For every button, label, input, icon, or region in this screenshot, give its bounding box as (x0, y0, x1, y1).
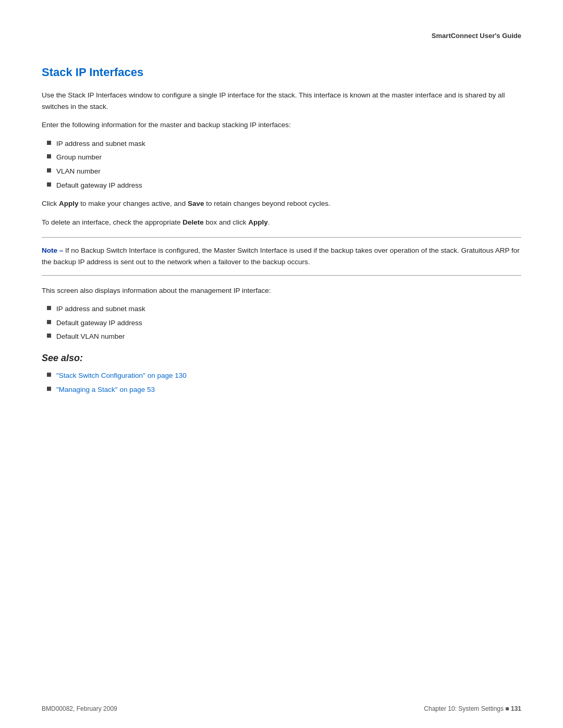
list-item: IP address and subnet mask (47, 138, 521, 150)
see-also-item: "Stack Switch Configuration" on page 130 (47, 370, 521, 381)
intro-paragraph-1: Use the Stack IP Interfaces window to co… (42, 90, 521, 112)
see-also-list: "Stack Switch Configuration" on page 130… (42, 370, 521, 395)
intro-paragraph-2: Enter the following information for the … (42, 119, 521, 131)
bullet-icon (47, 154, 51, 158)
bullet-icon (47, 306, 51, 310)
see-also-item: "Managing a Stack" on page 53 (47, 384, 521, 396)
bullet-icon (47, 334, 51, 338)
footer-right: Chapter 10: System Settings ■ 131 (424, 705, 521, 712)
bullet-list-2: IP address and subnet mask Default gatew… (42, 303, 521, 342)
header-title: SmartConnect User's Guide (432, 32, 521, 40)
list-item: VLAN number (47, 166, 521, 177)
main-content: Stack IP Interfaces Use the Stack IP Int… (0, 50, 563, 423)
delete-label: Delete (182, 218, 204, 226)
note-box: Note – If no Backup Switch Interface is … (42, 237, 521, 275)
page-container: SmartConnect User's Guide Stack IP Inter… (0, 0, 563, 728)
bullet-icon (47, 387, 51, 391)
note-label: Note – (42, 246, 63, 254)
see-also-link-2[interactable]: "Managing a Stack" on page 53 (56, 384, 155, 396)
note-text: Note – If no Backup Switch Interface is … (42, 245, 521, 267)
list-item: Default gateway IP address (47, 180, 521, 191)
bullet-icon (47, 373, 51, 377)
list-item: Default VLAN number (47, 331, 521, 342)
bullet-icon (47, 168, 51, 172)
apply-save-paragraph: Click Apply to make your changes active,… (42, 198, 521, 209)
page-header: SmartConnect User's Guide (0, 0, 563, 50)
bullet-icon (47, 141, 51, 145)
list-item: Default gateway IP address (47, 317, 521, 329)
section-title: Stack IP Interfaces (42, 66, 521, 79)
bullet-icon (47, 320, 51, 324)
delete-apply-label: Apply (248, 218, 268, 226)
mgmt-intro: This screen also displays information ab… (42, 285, 521, 297)
apply-label: Apply (59, 200, 79, 207)
list-item: IP address and subnet mask (47, 303, 521, 315)
bullet-icon (47, 182, 51, 187)
page-footer: BMD00082, February 2009 Chapter 10: Syst… (0, 705, 563, 712)
bullet-list-1: IP address and subnet mask Group number … (42, 138, 521, 191)
page-number: 131 (511, 705, 521, 712)
see-also-link-1[interactable]: "Stack Switch Configuration" on page 130 (56, 370, 187, 381)
save-label: Save (188, 200, 204, 207)
footer-left: BMD00082, February 2009 (42, 705, 117, 712)
see-also-title: See also: (42, 353, 521, 364)
list-item: Group number (47, 152, 521, 163)
delete-paragraph: To delete an interface, check the approp… (42, 217, 521, 228)
